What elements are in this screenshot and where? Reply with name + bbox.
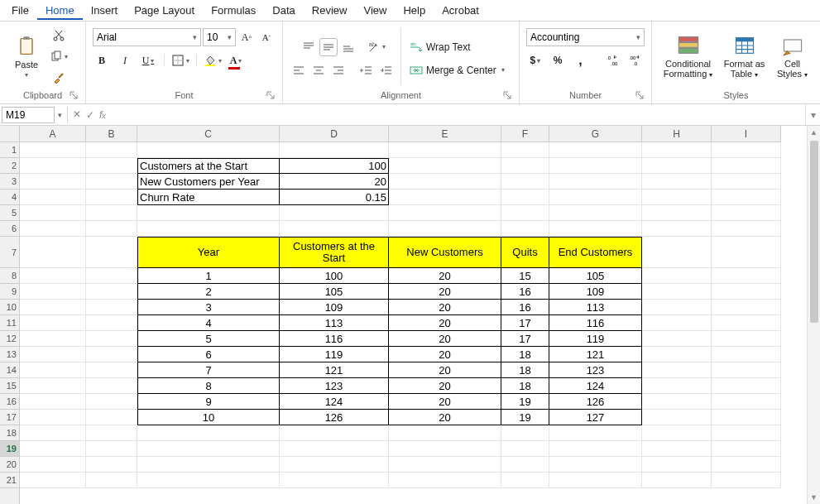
cell-H19[interactable] (642, 441, 712, 457)
formula-input[interactable] (111, 107, 805, 123)
cell-H20[interactable] (642, 457, 712, 473)
cell-A13[interactable] (20, 347, 86, 362)
cell-E13[interactable]: 20 (389, 347, 501, 362)
cell-I16[interactable] (712, 394, 781, 410)
cell-H9[interactable] (642, 284, 712, 300)
cell-D15[interactable]: 123 (280, 378, 389, 394)
row-header-9[interactable]: 9 (0, 284, 19, 300)
cell-B12[interactable] (86, 331, 137, 347)
cell-H17[interactable] (642, 410, 712, 425)
cell-A4[interactable] (20, 190, 86, 205)
menu-page-layout[interactable]: Page Layout (126, 1, 203, 20)
cells-area[interactable]: Customers at the Start100New Customers p… (20, 142, 781, 504)
scrollbar-thumb[interactable] (810, 141, 818, 323)
cell-I12[interactable] (712, 331, 781, 347)
number-format-input[interactable] (527, 29, 633, 46)
cell-I18[interactable] (712, 425, 781, 441)
cell-H7[interactable] (642, 237, 712, 268)
cell-D14[interactable]: 121 (280, 362, 389, 378)
cell-H8[interactable] (642, 268, 712, 284)
cell-G11[interactable]: 116 (549, 315, 642, 331)
menu-insert[interactable]: Insert (83, 1, 127, 20)
cell-I3[interactable] (712, 174, 781, 190)
chevron-down-icon[interactable]: ▾ (55, 111, 65, 119)
cell-G15[interactable]: 124 (549, 378, 642, 394)
cell-G3[interactable] (549, 174, 642, 190)
cell-G18[interactable] (549, 425, 642, 441)
cell-E5[interactable] (389, 205, 501, 221)
cell-C9[interactable]: 2 (137, 284, 280, 300)
cell-C10[interactable]: 3 (137, 300, 280, 315)
decrease-decimal-button[interactable]: .00.0 (627, 51, 645, 70)
row-header-2[interactable]: 2 (0, 158, 19, 174)
column-header-E[interactable]: E (389, 126, 501, 142)
cell-A12[interactable] (20, 331, 86, 347)
cell-F7[interactable]: Quits (501, 237, 549, 268)
align-right-button[interactable] (329, 61, 348, 79)
row-header-16[interactable]: 16 (0, 394, 19, 410)
column-header-G[interactable]: G (549, 126, 642, 142)
cell-F5[interactable] (501, 205, 549, 221)
cell-F1[interactable] (501, 142, 549, 158)
cell-H6[interactable] (642, 221, 712, 237)
cell-E17[interactable]: 20 (389, 410, 501, 425)
menu-data[interactable]: Data (264, 1, 303, 20)
cell-B18[interactable] (86, 425, 137, 441)
menu-formulas[interactable]: Formulas (203, 1, 264, 20)
chevron-down-icon[interactable]: ▾ (633, 33, 644, 41)
cell-E7[interactable]: New Customers (389, 237, 501, 268)
cell-I11[interactable] (712, 315, 781, 331)
column-header-I[interactable]: I (712, 126, 781, 142)
bold-button[interactable]: B (93, 51, 111, 70)
cell-A17[interactable] (20, 410, 86, 425)
cell-B14[interactable] (86, 362, 137, 378)
cell-H3[interactable] (642, 174, 712, 190)
row-header-3[interactable]: 3 (0, 174, 19, 190)
menu-home[interactable]: Home (37, 1, 83, 20)
cell-G7[interactable]: End Customers (549, 237, 642, 268)
cancel-icon[interactable]: ✕ (73, 108, 81, 121)
cell-A6[interactable] (20, 221, 86, 237)
cell-A1[interactable] (20, 142, 86, 158)
cell-I2[interactable] (712, 158, 781, 174)
cell-D21[interactable] (280, 473, 389, 488)
row-header-18[interactable]: 18 (0, 425, 19, 441)
enter-icon[interactable]: ✓ (86, 109, 94, 121)
cell-F4[interactable] (501, 190, 549, 205)
cell-E3[interactable] (389, 174, 501, 190)
cell-D8[interactable]: 100 (280, 268, 389, 284)
align-center-button[interactable] (309, 61, 328, 79)
cell-B4[interactable] (86, 190, 137, 205)
vertical-scrollbar[interactable]: ▲ ▼ (807, 126, 820, 504)
expand-formula-bar-button[interactable]: ▾ (805, 104, 820, 125)
cell-B13[interactable] (86, 347, 137, 362)
cell-C12[interactable]: 5 (137, 331, 280, 347)
cell-D13[interactable]: 119 (280, 347, 389, 362)
cell-B15[interactable] (86, 378, 137, 394)
cell-H1[interactable] (642, 142, 712, 158)
cell-E6[interactable] (389, 221, 501, 237)
cell-C19[interactable] (137, 441, 280, 457)
cell-G2[interactable] (549, 158, 642, 174)
format-as-table-button[interactable]: Format asTable ▾ (722, 34, 768, 80)
cell-B7[interactable] (86, 237, 137, 268)
cell-H10[interactable] (642, 300, 712, 315)
scroll-down-icon[interactable]: ▼ (808, 491, 820, 504)
cell-H15[interactable] (642, 378, 712, 394)
borders-button[interactable] (171, 51, 189, 70)
chevron-down-icon[interactable]: ▾ (189, 33, 200, 41)
scroll-up-icon[interactable]: ▲ (808, 126, 820, 139)
row-header-17[interactable]: 17 (0, 410, 19, 425)
cell-A2[interactable] (20, 158, 86, 174)
cell-I14[interactable] (712, 362, 781, 378)
decrease-indent-button[interactable] (357, 61, 376, 79)
cell-F8[interactable]: 15 (501, 268, 549, 284)
cell-D6[interactable] (280, 221, 389, 237)
cell-A3[interactable] (20, 174, 86, 190)
row-header-4[interactable]: 4 (0, 190, 19, 205)
cell-E11[interactable]: 20 (389, 315, 501, 331)
cell-C15[interactable]: 8 (137, 378, 280, 394)
conditional-formatting-button[interactable]: ConditionalFormatting ▾ (662, 34, 715, 80)
row-header-13[interactable]: 13 (0, 347, 19, 362)
cell-B17[interactable] (86, 410, 137, 425)
